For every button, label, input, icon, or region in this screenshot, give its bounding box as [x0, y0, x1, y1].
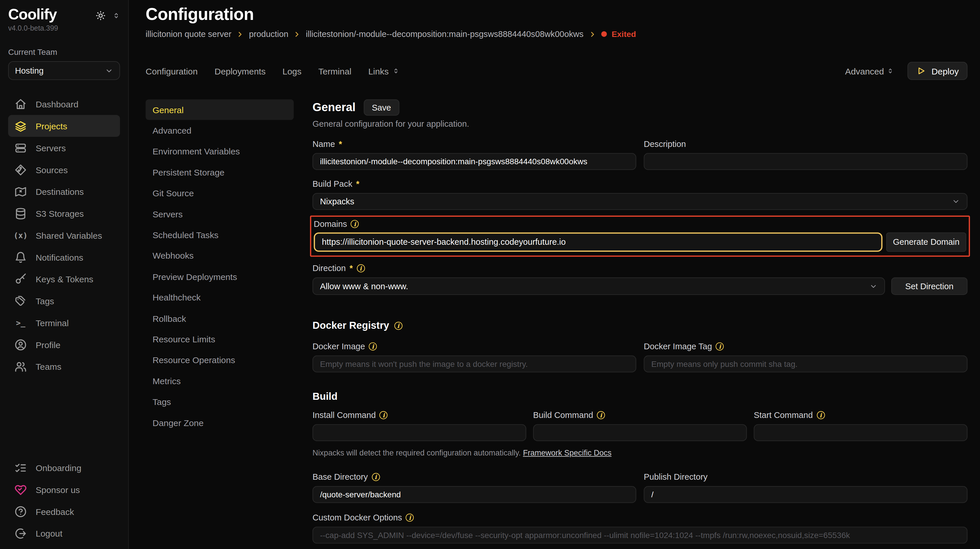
direction-select[interactable]: Allow www & non-www. [312, 278, 885, 295]
build-command-label: Build Command [533, 411, 747, 420]
key-icon [14, 273, 27, 286]
subnav-item-servers[interactable]: Servers [146, 204, 294, 225]
sidebar-item-label: Sources [35, 165, 68, 175]
save-button[interactable]: Save [364, 99, 399, 116]
sidebar-item-label: Shared Variables [35, 230, 102, 240]
chevron-down-icon [869, 282, 878, 290]
docker-image-input[interactable] [312, 355, 636, 372]
status-text: Exited [612, 29, 636, 39]
info-icon[interactable] [597, 411, 605, 419]
sidebar-item-destinations[interactable]: Destinations [8, 181, 120, 203]
layers-icon [14, 120, 27, 132]
build-pack-label: Build Pack* [312, 179, 967, 189]
sidebar-item-keys-tokens[interactable]: Keys & Tokens [8, 268, 120, 290]
tags-icon [14, 295, 27, 307]
custom-docker-options-input[interactable] [312, 527, 967, 544]
sidebar-item-label: S3 Storages [35, 209, 84, 219]
info-icon[interactable] [379, 411, 388, 419]
selector-icon[interactable] [113, 11, 120, 20]
info-icon[interactable] [406, 514, 414, 522]
sidebar-item-teams[interactable]: Teams [8, 355, 120, 378]
sidebar-item-shared-variables[interactable]: (x) Shared Variables [8, 225, 120, 246]
subnav-item-preview-deployments[interactable]: Preview Deployments [146, 266, 294, 287]
sidebar-item-terminal[interactable]: >_ Terminal [8, 312, 120, 334]
sidebar-item-label: Dashboard [35, 99, 78, 109]
sidebar-item-feedback[interactable]: Feedback [8, 500, 120, 522]
sidebar-item-label: Onboarding [35, 463, 81, 473]
sidebar-item-sources[interactable]: Sources [8, 159, 120, 181]
tab-deployments[interactable]: Deployments [215, 66, 266, 76]
sidebar-item-notifications[interactable]: Notifications [8, 246, 120, 268]
breadcrumb-application[interactable]: illicitestonion/-module--decomposition:m… [306, 29, 584, 39]
set-direction-button[interactable]: Set Direction [891, 278, 967, 295]
subnav-item-scheduled-tasks[interactable]: Scheduled Tasks [146, 225, 294, 245]
description-input[interactable] [644, 153, 967, 170]
info-icon[interactable] [372, 473, 380, 481]
info-icon[interactable] [369, 342, 377, 351]
sidebar-item-label: Tags [35, 296, 54, 306]
install-command-input[interactable] [312, 424, 526, 441]
subnav-item-rollback[interactable]: Rollback [146, 308, 294, 329]
tab-logs[interactable]: Logs [282, 66, 301, 76]
subnav-item-resource-operations[interactable]: Resource Operations [146, 349, 294, 370]
info-icon[interactable] [816, 411, 825, 419]
sidebar-item-dashboard[interactable]: Dashboard [8, 93, 120, 115]
terminal-icon: >_ [14, 317, 27, 329]
status-dot-icon [601, 31, 606, 36]
subnav-item-resource-limits[interactable]: Resource Limits [146, 329, 294, 349]
build-pack-select[interactable]: Nixpacks [312, 193, 967, 210]
docker-registry-title: Docker Registry [312, 320, 967, 331]
subnav-item-metrics[interactable]: Metrics [146, 371, 294, 391]
sidebar-item-s3-storages[interactable]: S3 Storages [8, 203, 120, 225]
chevron-right-icon [589, 30, 596, 38]
subnav-item-webhooks[interactable]: Webhooks [146, 245, 294, 266]
required-mark: * [350, 263, 353, 273]
subnav-item-environment-variables[interactable]: Environment Variables [146, 141, 294, 162]
breadcrumb-project[interactable]: illicitonion quote server [146, 29, 231, 39]
domains-highlight-box: Domains Generate Domain [310, 216, 970, 257]
name-input[interactable] [312, 153, 636, 170]
sidebar-item-tags[interactable]: Tags [8, 290, 120, 312]
tab-terminal[interactable]: Terminal [318, 66, 352, 76]
subnav-item-danger-zone[interactable]: Danger Zone [146, 412, 294, 433]
docker-image-tag-input[interactable] [644, 355, 967, 372]
theme-sun-icon[interactable] [95, 11, 106, 21]
subnav-item-healthcheck[interactable]: Healthcheck [146, 287, 294, 308]
sidebar-item-projects[interactable]: Projects [8, 115, 120, 137]
advanced-menu[interactable]: Advanced [845, 66, 894, 76]
sidebar-item-onboarding[interactable]: Onboarding [8, 457, 120, 479]
subnav-item-general[interactable]: General [146, 99, 294, 120]
build-title: Build [312, 391, 967, 402]
sidebar-item-label: Profile [35, 340, 60, 350]
info-icon[interactable] [394, 322, 402, 330]
sidebar-item-servers[interactable]: Servers [8, 137, 120, 159]
breadcrumb-environment[interactable]: production [249, 29, 288, 39]
sidebar-item-logout[interactable]: Logout [8, 522, 120, 544]
subnav-item-persistent-storage[interactable]: Persistent Storage [146, 162, 294, 183]
generate-domain-button[interactable]: Generate Domain [886, 232, 966, 252]
tab-configuration[interactable]: Configuration [146, 66, 197, 76]
tab-links-label: Links [368, 66, 389, 76]
build-command-input[interactable] [533, 424, 747, 441]
framework-docs-link[interactable]: Framework Specific Docs [523, 449, 612, 457]
subnav-item-advanced[interactable]: Advanced [146, 120, 294, 141]
info-icon[interactable] [716, 342, 724, 351]
team-select[interactable]: Hosting [8, 62, 120, 80]
deploy-label: Deploy [931, 66, 959, 76]
start-command-input[interactable] [754, 424, 967, 441]
domains-input[interactable] [314, 232, 883, 252]
nixpacks-note: Nixpacks will detect the required config… [312, 449, 967, 457]
deploy-button[interactable]: Deploy [908, 62, 967, 80]
sidebar-item-profile[interactable]: Profile [8, 334, 120, 356]
subnav-item-git-source[interactable]: Git Source [146, 183, 294, 203]
docker-image-label: Docker Image [312, 342, 636, 351]
sidebar-item-sponsor-us[interactable]: Sponsor us [8, 479, 120, 500]
direction-label: Direction* [312, 263, 967, 273]
info-icon[interactable] [356, 264, 365, 273]
tab-links[interactable]: Links [368, 66, 399, 76]
info-icon[interactable] [351, 220, 359, 228]
publish-directory-input[interactable] [644, 486, 967, 503]
base-directory-input[interactable] [312, 486, 636, 503]
subnav-item-tags[interactable]: Tags [146, 391, 294, 412]
tabs-row: Configuration Deployments Logs Terminal … [146, 62, 967, 80]
